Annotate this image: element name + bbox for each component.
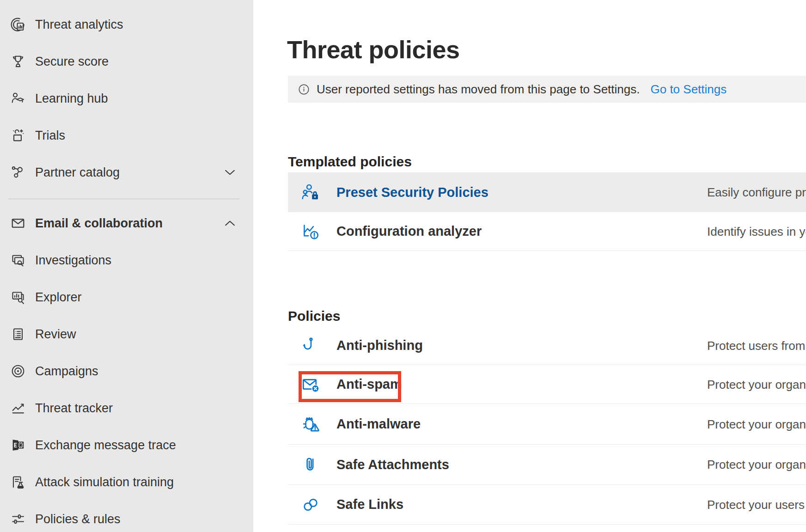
banner-text: User reported settings has moved from th… (317, 82, 640, 97)
row-description: Easily configure prot (707, 185, 806, 200)
threat-analytics-icon (9, 16, 27, 33)
sidebar-item-label: Learning hub (35, 92, 108, 106)
anti-spam-icon (300, 374, 321, 395)
preset-security-policies-icon (300, 182, 321, 202)
row-safe-attachments[interactable]: Safe Attachments Protect your organiz (288, 445, 806, 485)
row-description: Protect your organiz (707, 458, 806, 472)
row-description: Identify issues in you (707, 224, 806, 238)
sidebar-item-policies-rules[interactable]: Policies & rules (0, 501, 253, 532)
row-label: Preset Security Policies (336, 185, 488, 200)
anti-malware-icon (300, 414, 321, 434)
campaigns-icon (9, 362, 27, 380)
row-label: Safe Attachments (336, 457, 449, 472)
main-content: Threat policies User reported settings h… (253, 0, 806, 532)
sidebar-item-learning-hub[interactable]: Learning hub (0, 80, 253, 117)
templated-policies-heading: Templated policies (288, 154, 412, 170)
sidebar-item-secure-score[interactable]: Secure score (0, 43, 253, 80)
learning-hub-icon (9, 90, 27, 107)
email-collaboration-icon (9, 214, 27, 232)
info-icon (298, 84, 310, 95)
sidebar-item-label: Policies & rules (35, 512, 121, 526)
secure-score-icon (9, 53, 27, 70)
sidebar-item-investigations[interactable]: Investigations (0, 242, 253, 279)
chevron-down-icon (224, 169, 236, 176)
row-label: Anti-malware (336, 416, 421, 432)
sidebar-item-label: Trials (35, 128, 65, 143)
sidebar-item-label: Explorer (35, 290, 82, 305)
sidebar-divider (8, 199, 239, 199)
sidebar-item-partner-catalog[interactable]: Partner catalog (0, 154, 253, 191)
row-description: Protect your organiz (707, 417, 806, 431)
row-label: Safe Links (336, 497, 403, 512)
explorer-icon (9, 288, 27, 306)
anti-phishing-icon (300, 336, 321, 356)
review-icon (9, 325, 27, 343)
row-anti-spam[interactable]: Anti-spam Protect your organiz (288, 365, 806, 404)
sidebar-item-label: Attack simulation training (35, 475, 174, 489)
go-to-settings-link[interactable]: Go to Settings (650, 82, 727, 97)
row-description: Protect users from p (707, 338, 806, 353)
sidebar-item-label: Email & collaboration (35, 216, 163, 231)
configuration-analyzer-icon (300, 221, 321, 242)
sidebar-section-email-collaboration[interactable]: Email & collaboration (0, 205, 253, 242)
row-anti-phishing[interactable]: Anti-phishing Protect users from p (288, 326, 806, 365)
row-description: Protect your users fr (707, 497, 806, 512)
policies-rules-icon (9, 510, 27, 528)
safe-links-icon (300, 495, 321, 515)
sidebar-item-label: Threat tracker (35, 401, 113, 416)
row-label: Anti-spam (336, 377, 402, 392)
investigations-icon (9, 251, 27, 269)
row-description: Protect your organiz (707, 377, 806, 391)
sidebar-item-threat-analytics[interactable]: Threat analytics (0, 6, 253, 43)
sidebar-item-label: Exchange message trace (35, 438, 176, 453)
sidebar-item-label: Campaigns (35, 364, 98, 379)
sidebar-item-label: Partner catalog (35, 165, 120, 180)
row-preset-security-policies[interactable]: Preset Security Policies Easily configur… (288, 172, 806, 212)
sidebar-item-exchange-message-trace[interactable]: Exchange message trace (0, 427, 253, 464)
info-banner: User reported settings has moved from th… (288, 76, 806, 103)
row-label: Configuration analyzer (336, 224, 482, 239)
attack-simulation-training-icon (9, 473, 27, 491)
exchange-message-trace-icon (9, 436, 27, 454)
trials-icon (9, 127, 27, 144)
safe-attachments-icon (300, 454, 321, 475)
sidebar-item-explorer[interactable]: Explorer (0, 279, 253, 316)
chevron-up-icon (224, 220, 236, 227)
sidebar-item-label: Review (35, 327, 76, 342)
policies-heading: Policies (288, 308, 340, 324)
row-configuration-analyzer[interactable]: Configuration analyzer Identify issues i… (288, 212, 806, 251)
sidebar-item-review[interactable]: Review (0, 316, 253, 353)
row-label: Anti-phishing (336, 338, 423, 353)
partner-catalog-icon (9, 164, 27, 181)
row-safe-links[interactable]: Safe Links Protect your users fr (288, 485, 806, 525)
threat-tracker-icon (9, 399, 27, 417)
page-title: Threat policies (287, 35, 460, 64)
sidebar-item-label: Threat analytics (35, 18, 123, 32)
sidebar-item-label: Secure score (35, 55, 109, 69)
sidebar-item-campaigns[interactable]: Campaigns (0, 353, 253, 390)
sidebar-item-attack-simulation-training[interactable]: Attack simulation training (0, 464, 253, 501)
sidebar-item-threat-tracker[interactable]: Threat tracker (0, 390, 253, 427)
sidebar-item-trials[interactable]: Trials (0, 117, 253, 154)
left-navigation-sidebar: Threat analytics Secure score Learning h… (0, 0, 253, 532)
sidebar-item-label: Investigations (35, 253, 111, 268)
row-anti-malware[interactable]: Anti-malware Protect your organiz (288, 404, 806, 445)
